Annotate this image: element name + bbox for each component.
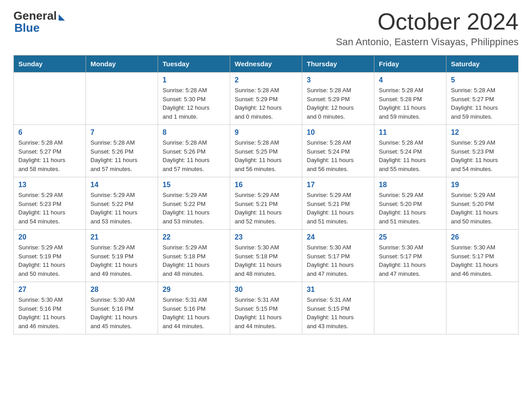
day-number: 8 — [163, 128, 225, 137]
calendar-cell: 20Sunrise: 5:29 AM Sunset: 5:19 PM Dayli… — [14, 230, 86, 282]
calendar-cell — [14, 73, 86, 125]
calendar-cell: 17Sunrise: 5:29 AM Sunset: 5:21 PM Dayli… — [302, 177, 374, 230]
day-info: Sunrise: 5:30 AM Sunset: 5:17 PM Dayligh… — [379, 243, 442, 278]
day-info: Sunrise: 5:28 AM Sunset: 5:24 PM Dayligh… — [379, 138, 442, 173]
day-number: 29 — [163, 286, 225, 294]
day-number: 31 — [307, 286, 369, 294]
calendar-subtitle: San Antonio, Eastern Visayas, Philippine… — [336, 36, 519, 48]
day-number: 7 — [90, 128, 153, 137]
day-number: 23 — [235, 233, 297, 241]
day-number: 17 — [307, 181, 369, 189]
day-info: Sunrise: 5:29 AM Sunset: 5:23 PM Dayligh… — [18, 191, 81, 226]
calendar-cell: 4Sunrise: 5:28 AM Sunset: 5:28 PM Daylig… — [374, 73, 446, 125]
day-number: 13 — [18, 181, 81, 189]
day-info: Sunrise: 5:28 AM Sunset: 5:27 PM Dayligh… — [18, 138, 81, 173]
day-number: 27 — [18, 286, 81, 294]
day-info: Sunrise: 5:31 AM Sunset: 5:16 PM Dayligh… — [163, 295, 225, 330]
day-info: Sunrise: 5:29 AM Sunset: 5:22 PM Dayligh… — [163, 191, 225, 226]
day-info: Sunrise: 5:31 AM Sunset: 5:15 PM Dayligh… — [307, 295, 369, 330]
day-info: Sunrise: 5:30 AM Sunset: 5:18 PM Dayligh… — [235, 243, 297, 278]
calendar-cell: 11Sunrise: 5:28 AM Sunset: 5:24 PM Dayli… — [374, 125, 446, 177]
day-number: 4 — [379, 76, 442, 84]
column-header-saturday: Saturday — [446, 56, 519, 73]
calendar-cell: 31Sunrise: 5:31 AM Sunset: 5:15 PM Dayli… — [302, 282, 374, 334]
calendar-cell: 5Sunrise: 5:28 AM Sunset: 5:27 PM Daylig… — [446, 73, 519, 125]
day-number: 19 — [451, 181, 514, 189]
calendar-cell: 18Sunrise: 5:29 AM Sunset: 5:20 PM Dayli… — [374, 177, 446, 230]
day-info: Sunrise: 5:28 AM Sunset: 5:30 PM Dayligh… — [163, 86, 225, 121]
calendar-cell: 30Sunrise: 5:31 AM Sunset: 5:15 PM Dayli… — [230, 282, 302, 334]
column-header-thursday: Thursday — [302, 56, 374, 73]
calendar-cell: 23Sunrise: 5:30 AM Sunset: 5:18 PM Dayli… — [230, 230, 302, 282]
calendar-cell: 9Sunrise: 5:28 AM Sunset: 5:25 PM Daylig… — [230, 125, 302, 177]
calendar-title-area: October 2024 San Antonio, Eastern Visaya… — [336, 9, 519, 48]
calendar-week-row: 1Sunrise: 5:28 AM Sunset: 5:30 PM Daylig… — [14, 73, 519, 125]
day-info: Sunrise: 5:28 AM Sunset: 5:27 PM Dayligh… — [451, 86, 514, 121]
day-info: Sunrise: 5:29 AM Sunset: 5:22 PM Dayligh… — [90, 191, 153, 226]
day-number: 10 — [307, 128, 369, 137]
day-number: 1 — [163, 76, 225, 84]
day-info: Sunrise: 5:29 AM Sunset: 5:21 PM Dayligh… — [235, 191, 297, 226]
day-number: 9 — [235, 128, 297, 137]
day-info: Sunrise: 5:28 AM Sunset: 5:25 PM Dayligh… — [235, 138, 297, 173]
day-number: 16 — [235, 181, 297, 189]
calendar-cell: 13Sunrise: 5:29 AM Sunset: 5:23 PM Dayli… — [14, 177, 86, 230]
day-number: 22 — [163, 233, 225, 241]
calendar-table: SundayMondayTuesdayWednesdayThursdayFrid… — [13, 55, 519, 334]
calendar-cell: 1Sunrise: 5:28 AM Sunset: 5:30 PM Daylig… — [158, 73, 230, 125]
calendar-cell: 22Sunrise: 5:29 AM Sunset: 5:18 PM Dayli… — [158, 230, 230, 282]
day-info: Sunrise: 5:29 AM Sunset: 5:23 PM Dayligh… — [451, 138, 514, 173]
calendar-cell: 21Sunrise: 5:29 AM Sunset: 5:19 PM Dayli… — [86, 230, 158, 282]
column-header-monday: Monday — [86, 56, 158, 73]
day-info: Sunrise: 5:30 AM Sunset: 5:17 PM Dayligh… — [451, 243, 514, 278]
column-header-wednesday: Wednesday — [230, 56, 302, 73]
day-number: 12 — [451, 128, 514, 137]
logo-blue-text: Blue — [14, 21, 39, 35]
day-info: Sunrise: 5:30 AM Sunset: 5:17 PM Dayligh… — [307, 243, 369, 278]
calendar-cell — [374, 282, 446, 334]
day-number: 26 — [451, 233, 514, 241]
day-number: 5 — [451, 76, 514, 84]
day-info: Sunrise: 5:29 AM Sunset: 5:18 PM Dayligh… — [163, 243, 225, 278]
calendar-cell: 7Sunrise: 5:28 AM Sunset: 5:26 PM Daylig… — [86, 125, 158, 177]
day-number: 6 — [18, 128, 81, 137]
calendar-cell — [446, 282, 519, 334]
calendar-main-title: October 2024 — [336, 9, 519, 34]
column-header-tuesday: Tuesday — [158, 56, 230, 73]
calendar-cell — [86, 73, 158, 125]
day-info: Sunrise: 5:29 AM Sunset: 5:21 PM Dayligh… — [307, 191, 369, 226]
day-number: 15 — [163, 181, 225, 189]
calendar-cell: 26Sunrise: 5:30 AM Sunset: 5:17 PM Dayli… — [446, 230, 519, 282]
calendar-cell: 8Sunrise: 5:28 AM Sunset: 5:26 PM Daylig… — [158, 125, 230, 177]
day-info: Sunrise: 5:28 AM Sunset: 5:26 PM Dayligh… — [163, 138, 225, 173]
calendar-cell: 15Sunrise: 5:29 AM Sunset: 5:22 PM Dayli… — [158, 177, 230, 230]
day-info: Sunrise: 5:28 AM Sunset: 5:29 PM Dayligh… — [307, 86, 369, 121]
day-info: Sunrise: 5:29 AM Sunset: 5:19 PM Dayligh… — [90, 243, 153, 278]
calendar-cell: 12Sunrise: 5:29 AM Sunset: 5:23 PM Dayli… — [446, 125, 519, 177]
calendar-week-row: 20Sunrise: 5:29 AM Sunset: 5:19 PM Dayli… — [14, 230, 519, 282]
day-info: Sunrise: 5:29 AM Sunset: 5:20 PM Dayligh… — [379, 191, 442, 226]
calendar-cell: 24Sunrise: 5:30 AM Sunset: 5:17 PM Dayli… — [302, 230, 374, 282]
calendar-cell: 19Sunrise: 5:29 AM Sunset: 5:20 PM Dayli… — [446, 177, 519, 230]
day-number: 2 — [235, 76, 297, 84]
day-number: 25 — [379, 233, 442, 241]
day-info: Sunrise: 5:30 AM Sunset: 5:16 PM Dayligh… — [90, 295, 153, 330]
calendar-week-row: 6Sunrise: 5:28 AM Sunset: 5:27 PM Daylig… — [14, 125, 519, 177]
calendar-cell: 16Sunrise: 5:29 AM Sunset: 5:21 PM Dayli… — [230, 177, 302, 230]
day-info: Sunrise: 5:31 AM Sunset: 5:15 PM Dayligh… — [235, 295, 297, 330]
day-number: 30 — [235, 286, 297, 294]
logo-triangle-icon — [59, 14, 65, 21]
logo: General Blue — [13, 9, 65, 35]
column-header-sunday: Sunday — [14, 56, 86, 73]
day-info: Sunrise: 5:29 AM Sunset: 5:20 PM Dayligh… — [451, 191, 514, 226]
day-info: Sunrise: 5:28 AM Sunset: 5:26 PM Dayligh… — [90, 138, 153, 173]
calendar-cell: 6Sunrise: 5:28 AM Sunset: 5:27 PM Daylig… — [14, 125, 86, 177]
day-number: 11 — [379, 128, 442, 137]
calendar-week-row: 13Sunrise: 5:29 AM Sunset: 5:23 PM Dayli… — [14, 177, 519, 230]
calendar-cell: 10Sunrise: 5:28 AM Sunset: 5:24 PM Dayli… — [302, 125, 374, 177]
day-number: 3 — [307, 76, 369, 84]
calendar-cell: 28Sunrise: 5:30 AM Sunset: 5:16 PM Dayli… — [86, 282, 158, 334]
day-number: 20 — [18, 233, 81, 241]
day-number: 24 — [307, 233, 369, 241]
day-number: 21 — [90, 233, 153, 241]
